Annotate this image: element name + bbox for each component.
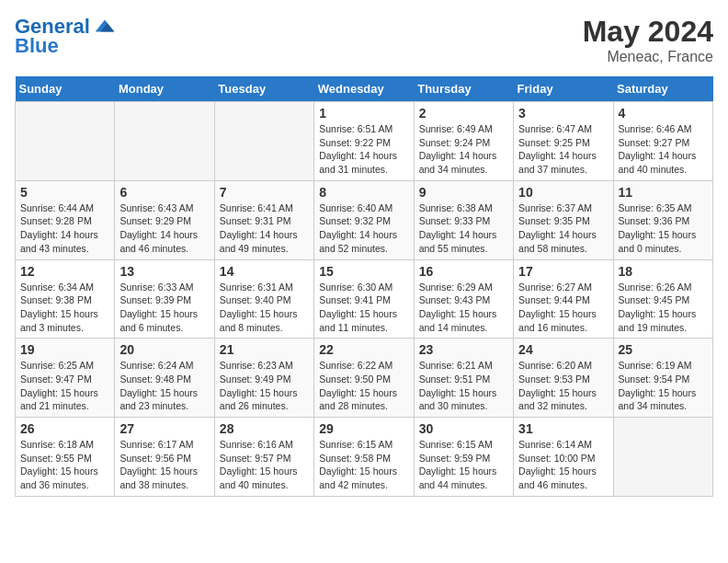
day-number: 13 [119, 264, 209, 279]
calendar-cell: 29Sunrise: 6:15 AM Sunset: 9:58 PM Dayli… [314, 418, 414, 497]
cell-info: Sunrise: 6:25 AM Sunset: 9:47 PM Dayligh… [20, 359, 109, 413]
calendar-cell: 25Sunrise: 6:19 AM Sunset: 9:54 PM Dayli… [613, 339, 712, 418]
cell-info: Sunrise: 6:35 AM Sunset: 9:36 PM Dayligh… [619, 201, 708, 256]
cell-info: Sunrise: 6:19 AM Sunset: 9:54 PM Dayligh… [619, 359, 708, 413]
cell-info: Sunrise: 6:14 AM Sunset: 10:00 PM Daylig… [518, 438, 608, 492]
page-header: General Blue May 2024 Meneac, France [15, 15, 713, 65]
calendar-cell: 8Sunrise: 6:40 AM Sunset: 9:32 PM Daylig… [314, 180, 414, 259]
calendar-cell: 5Sunrise: 6:44 AM Sunset: 9:28 PM Daylig… [16, 180, 115, 259]
day-number: 22 [319, 342, 408, 357]
day-number: 3 [518, 106, 608, 121]
calendar-week-row: 5Sunrise: 6:44 AM Sunset: 9:28 PM Daylig… [16, 180, 713, 259]
cell-info: Sunrise: 6:23 AM Sunset: 9:49 PM Dayligh… [220, 359, 309, 413]
day-of-week-header: Thursday [414, 76, 513, 102]
day-number: 8 [319, 185, 408, 200]
title-block: May 2024 Meneac, France [583, 15, 713, 65]
day-number: 4 [619, 106, 708, 121]
day-number: 16 [419, 264, 508, 279]
cell-info: Sunrise: 6:38 AM Sunset: 9:33 PM Dayligh… [419, 201, 508, 256]
day-of-week-header: Monday [115, 76, 214, 102]
calendar-cell: 26Sunrise: 6:18 AM Sunset: 9:55 PM Dayli… [16, 418, 115, 497]
cell-info: Sunrise: 6:40 AM Sunset: 9:32 PM Dayligh… [319, 201, 408, 256]
calendar-cell [613, 418, 712, 497]
day-number: 6 [119, 185, 209, 200]
cell-info: Sunrise: 6:51 AM Sunset: 9:22 PM Dayligh… [319, 122, 408, 177]
calendar-week-row: 26Sunrise: 6:18 AM Sunset: 9:55 PM Dayli… [16, 418, 713, 497]
cell-info: Sunrise: 6:37 AM Sunset: 9:35 PM Dayligh… [518, 201, 608, 256]
day-of-week-header: Wednesday [314, 76, 414, 102]
cell-info: Sunrise: 6:34 AM Sunset: 9:38 PM Dayligh… [20, 281, 109, 335]
logo: General Blue [15, 15, 118, 57]
calendar-cell: 23Sunrise: 6:21 AM Sunset: 9:51 PM Dayli… [414, 339, 513, 418]
cell-info: Sunrise: 6:21 AM Sunset: 9:51 PM Dayligh… [419, 359, 508, 413]
day-number: 17 [518, 264, 608, 279]
calendar-cell: 16Sunrise: 6:29 AM Sunset: 9:43 PM Dayli… [414, 259, 513, 339]
cell-info: Sunrise: 6:46 AM Sunset: 9:27 PM Dayligh… [619, 122, 708, 177]
day-number: 26 [20, 421, 109, 436]
day-number: 20 [119, 342, 209, 357]
calendar-cell: 15Sunrise: 6:30 AM Sunset: 9:41 PM Dayli… [314, 259, 414, 339]
calendar-cell: 12Sunrise: 6:34 AM Sunset: 9:38 PM Dayli… [16, 259, 115, 339]
cell-info: Sunrise: 6:43 AM Sunset: 9:29 PM Dayligh… [119, 201, 209, 256]
day-number: 19 [20, 342, 109, 357]
calendar-cell: 6Sunrise: 6:43 AM Sunset: 9:29 PM Daylig… [115, 180, 214, 259]
day-of-week-header: Friday [514, 76, 613, 102]
day-number: 11 [619, 185, 708, 200]
calendar-cell: 13Sunrise: 6:33 AM Sunset: 9:39 PM Dayli… [115, 259, 214, 339]
cell-info: Sunrise: 6:31 AM Sunset: 9:40 PM Dayligh… [220, 281, 309, 335]
calendar-cell: 19Sunrise: 6:25 AM Sunset: 9:47 PM Dayli… [16, 339, 115, 418]
day-number: 18 [619, 264, 708, 279]
logo-icon [92, 13, 118, 39]
calendar-table: SundayMondayTuesdayWednesdayThursdayFrid… [15, 76, 713, 497]
day-number: 21 [220, 342, 309, 357]
cell-info: Sunrise: 6:22 AM Sunset: 9:50 PM Dayligh… [319, 359, 408, 413]
calendar-week-row: 19Sunrise: 6:25 AM Sunset: 9:47 PM Dayli… [16, 339, 713, 418]
day-number: 14 [220, 264, 309, 279]
day-of-week-header: Sunday [16, 76, 115, 102]
day-number: 5 [20, 185, 109, 200]
calendar-cell: 27Sunrise: 6:17 AM Sunset: 9:56 PM Dayli… [115, 418, 214, 497]
logo-text-blue: Blue [15, 35, 59, 57]
day-of-week-header: Saturday [613, 76, 712, 102]
day-of-week-header: Tuesday [214, 76, 313, 102]
calendar-cell [214, 102, 313, 181]
cell-info: Sunrise: 6:15 AM Sunset: 9:59 PM Dayligh… [419, 438, 508, 492]
cell-info: Sunrise: 6:30 AM Sunset: 9:41 PM Dayligh… [319, 281, 408, 335]
calendar-cell: 1Sunrise: 6:51 AM Sunset: 9:22 PM Daylig… [314, 102, 414, 181]
location-title: Meneac, France [583, 49, 713, 65]
calendar-week-row: 12Sunrise: 6:34 AM Sunset: 9:38 PM Dayli… [16, 259, 713, 339]
month-title: May 2024 [583, 15, 713, 49]
day-number: 12 [20, 264, 109, 279]
calendar-cell [16, 102, 115, 181]
day-number: 30 [419, 421, 508, 436]
calendar-cell: 31Sunrise: 6:14 AM Sunset: 10:00 PM Dayl… [514, 418, 613, 497]
calendar-cell: 17Sunrise: 6:27 AM Sunset: 9:44 PM Dayli… [514, 259, 613, 339]
day-number: 23 [419, 342, 508, 357]
calendar-cell: 9Sunrise: 6:38 AM Sunset: 9:33 PM Daylig… [414, 180, 513, 259]
cell-info: Sunrise: 6:49 AM Sunset: 9:24 PM Dayligh… [419, 122, 508, 177]
calendar-week-row: 1Sunrise: 6:51 AM Sunset: 9:22 PM Daylig… [16, 102, 713, 181]
cell-info: Sunrise: 6:47 AM Sunset: 9:25 PM Dayligh… [518, 122, 608, 177]
cell-info: Sunrise: 6:26 AM Sunset: 9:45 PM Dayligh… [619, 281, 708, 335]
calendar-cell: 11Sunrise: 6:35 AM Sunset: 9:36 PM Dayli… [613, 180, 712, 259]
calendar-cell: 10Sunrise: 6:37 AM Sunset: 9:35 PM Dayli… [514, 180, 613, 259]
cell-info: Sunrise: 6:41 AM Sunset: 9:31 PM Dayligh… [220, 201, 309, 256]
cell-info: Sunrise: 6:24 AM Sunset: 9:48 PM Dayligh… [119, 359, 209, 413]
calendar-cell: 28Sunrise: 6:16 AM Sunset: 9:57 PM Dayli… [214, 418, 313, 497]
cell-info: Sunrise: 6:18 AM Sunset: 9:55 PM Dayligh… [20, 438, 109, 492]
calendar-cell: 30Sunrise: 6:15 AM Sunset: 9:59 PM Dayli… [414, 418, 513, 497]
calendar-cell: 22Sunrise: 6:22 AM Sunset: 9:50 PM Dayli… [314, 339, 414, 418]
cell-info: Sunrise: 6:17 AM Sunset: 9:56 PM Dayligh… [119, 438, 209, 492]
cell-info: Sunrise: 6:33 AM Sunset: 9:39 PM Dayligh… [119, 281, 209, 335]
cell-info: Sunrise: 6:20 AM Sunset: 9:53 PM Dayligh… [518, 359, 608, 413]
day-number: 1 [319, 106, 408, 121]
day-number: 9 [419, 185, 508, 200]
cell-info: Sunrise: 6:44 AM Sunset: 9:28 PM Dayligh… [20, 201, 109, 256]
cell-info: Sunrise: 6:15 AM Sunset: 9:58 PM Dayligh… [319, 438, 408, 492]
calendar-cell: 14Sunrise: 6:31 AM Sunset: 9:40 PM Dayli… [214, 259, 313, 339]
day-number: 31 [518, 421, 608, 436]
calendar-cell: 4Sunrise: 6:46 AM Sunset: 9:27 PM Daylig… [613, 102, 712, 181]
day-number: 7 [220, 185, 309, 200]
day-number: 28 [220, 421, 309, 436]
day-number: 15 [319, 264, 408, 279]
